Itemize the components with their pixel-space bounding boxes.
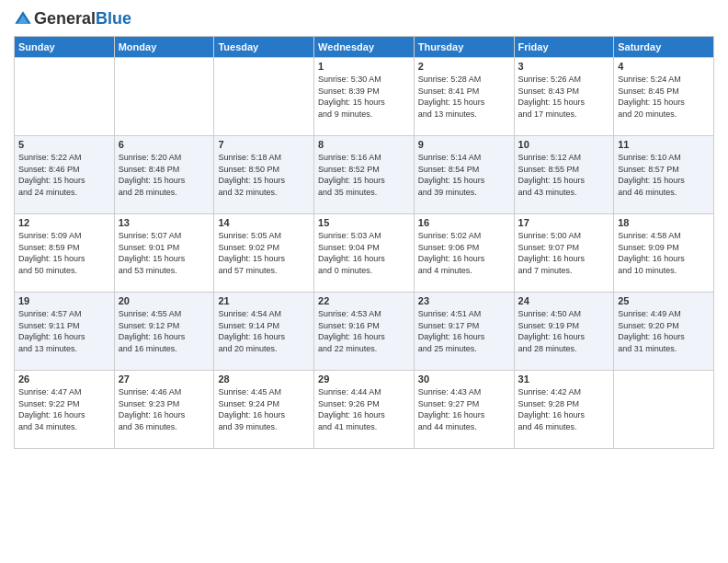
calendar-cell: 30Sunrise: 4:43 AM Sunset: 9:27 PM Dayli…	[414, 371, 514, 449]
calendar-week-row: 19Sunrise: 4:57 AM Sunset: 9:11 PM Dayli…	[15, 293, 714, 371]
day-info: Sunrise: 5:24 AM Sunset: 8:45 PM Dayligh…	[618, 74, 710, 120]
day-number: 25	[618, 295, 710, 306]
day-info: Sunrise: 4:49 AM Sunset: 9:20 PM Dayligh…	[618, 308, 710, 354]
day-info: Sunrise: 5:03 AM Sunset: 9:04 PM Dayligh…	[318, 230, 410, 276]
day-number: 31	[518, 373, 610, 385]
calendar-cell: 28Sunrise: 4:45 AM Sunset: 9:24 PM Dayli…	[214, 371, 314, 449]
day-number: 27	[119, 373, 210, 385]
day-info: Sunrise: 5:30 AM Sunset: 8:39 PM Dayligh…	[318, 74, 410, 120]
calendar-cell: 11Sunrise: 5:10 AM Sunset: 8:57 PM Dayli…	[614, 136, 714, 214]
day-info: Sunrise: 4:57 AM Sunset: 9:11 PM Dayligh…	[18, 308, 110, 354]
day-number: 19	[18, 295, 110, 306]
day-number: 10	[518, 139, 610, 150]
day-number: 23	[418, 295, 510, 306]
calendar-cell: 17Sunrise: 5:00 AM Sunset: 9:07 PM Dayli…	[514, 214, 614, 293]
calendar-table: SundayMondayTuesdayWednesdayThursdayFrid…	[14, 36, 714, 449]
day-info: Sunrise: 4:58 AM Sunset: 9:09 PM Dayligh…	[618, 230, 710, 276]
calendar-cell	[614, 371, 714, 449]
day-number: 24	[518, 295, 610, 306]
calendar-cell: 23Sunrise: 4:51 AM Sunset: 9:17 PM Dayli…	[414, 293, 514, 371]
day-info: Sunrise: 4:55 AM Sunset: 9:12 PM Dayligh…	[119, 308, 210, 354]
calendar-cell: 26Sunrise: 4:47 AM Sunset: 9:22 PM Dayli…	[15, 371, 115, 449]
calendar-cell: 5Sunrise: 5:22 AM Sunset: 8:46 PM Daylig…	[15, 136, 115, 214]
day-number: 3	[518, 61, 610, 72]
calendar-cell: 31Sunrise: 4:42 AM Sunset: 9:28 PM Dayli…	[514, 371, 614, 449]
calendar-cell: 13Sunrise: 5:07 AM Sunset: 9:01 PM Dayli…	[114, 214, 214, 293]
calendar-cell: 14Sunrise: 5:05 AM Sunset: 9:02 PM Dayli…	[214, 214, 314, 293]
calendar-cell: 24Sunrise: 4:50 AM Sunset: 9:19 PM Dayli…	[514, 293, 614, 371]
day-info: Sunrise: 4:50 AM Sunset: 9:19 PM Dayligh…	[518, 308, 610, 354]
day-number: 30	[418, 373, 510, 385]
calendar-cell: 19Sunrise: 4:57 AM Sunset: 9:11 PM Dayli…	[15, 293, 115, 371]
logo-icon	[14, 10, 32, 29]
logo: General Blue	[14, 9, 131, 29]
calendar-cell: 29Sunrise: 4:44 AM Sunset: 9:26 PM Dayli…	[314, 371, 415, 449]
calendar-cell: 22Sunrise: 4:53 AM Sunset: 9:16 PM Dayli…	[314, 293, 415, 371]
calendar-cell	[214, 58, 314, 136]
calendar-cell: 2Sunrise: 5:28 AM Sunset: 8:41 PM Daylig…	[414, 58, 514, 136]
calendar-cell: 25Sunrise: 4:49 AM Sunset: 9:20 PM Dayli…	[614, 293, 714, 371]
day-info: Sunrise: 4:44 AM Sunset: 9:26 PM Dayligh…	[318, 386, 410, 432]
page: General Blue SundayMondayTuesdayWednesda…	[0, 0, 728, 563]
day-info: Sunrise: 5:09 AM Sunset: 8:59 PM Dayligh…	[18, 230, 110, 276]
calendar-week-row: 26Sunrise: 4:47 AM Sunset: 9:22 PM Dayli…	[15, 371, 714, 449]
calendar-cell: 4Sunrise: 5:24 AM Sunset: 8:45 PM Daylig…	[614, 58, 714, 136]
calendar-cell: 6Sunrise: 5:20 AM Sunset: 8:48 PM Daylig…	[114, 136, 214, 214]
day-info: Sunrise: 4:47 AM Sunset: 9:22 PM Dayligh…	[18, 386, 110, 432]
day-of-week-header: Friday	[514, 37, 614, 58]
calendar-cell: 1Sunrise: 5:30 AM Sunset: 8:39 PM Daylig…	[314, 58, 415, 136]
day-info: Sunrise: 4:51 AM Sunset: 9:17 PM Dayligh…	[418, 308, 510, 354]
day-info: Sunrise: 5:10 AM Sunset: 8:57 PM Dayligh…	[618, 152, 710, 198]
day-of-week-header: Monday	[114, 37, 214, 58]
calendar-cell: 15Sunrise: 5:03 AM Sunset: 9:04 PM Dayli…	[314, 214, 415, 293]
day-number: 22	[318, 295, 410, 306]
day-info: Sunrise: 5:22 AM Sunset: 8:46 PM Dayligh…	[18, 152, 110, 198]
day-number: 17	[518, 217, 610, 228]
day-info: Sunrise: 5:05 AM Sunset: 9:02 PM Dayligh…	[218, 230, 310, 276]
day-info: Sunrise: 5:00 AM Sunset: 9:07 PM Dayligh…	[518, 230, 610, 276]
calendar-cell: 27Sunrise: 4:46 AM Sunset: 9:23 PM Dayli…	[114, 371, 214, 449]
day-number: 9	[418, 139, 510, 150]
day-number: 8	[318, 139, 410, 150]
calendar-week-row: 5Sunrise: 5:22 AM Sunset: 8:46 PM Daylig…	[15, 136, 714, 214]
calendar-cell: 12Sunrise: 5:09 AM Sunset: 8:59 PM Dayli…	[15, 214, 115, 293]
calendar-cell	[114, 58, 214, 136]
day-of-week-header: Tuesday	[214, 37, 314, 58]
calendar-header-row: SundayMondayTuesdayWednesdayThursdayFrid…	[15, 37, 714, 58]
day-number: 11	[618, 139, 710, 150]
day-info: Sunrise: 4:54 AM Sunset: 9:14 PM Dayligh…	[218, 308, 310, 354]
day-number: 21	[218, 295, 310, 306]
calendar-cell: 16Sunrise: 5:02 AM Sunset: 9:06 PM Dayli…	[414, 214, 514, 293]
day-number: 29	[318, 373, 410, 385]
calendar-cell: 3Sunrise: 5:26 AM Sunset: 8:43 PM Daylig…	[514, 58, 614, 136]
day-info: Sunrise: 5:02 AM Sunset: 9:06 PM Dayligh…	[418, 230, 510, 276]
day-info: Sunrise: 5:12 AM Sunset: 8:55 PM Dayligh…	[518, 152, 610, 198]
day-of-week-header: Sunday	[15, 37, 115, 58]
day-number: 15	[318, 217, 410, 228]
day-info: Sunrise: 5:18 AM Sunset: 8:50 PM Dayligh…	[218, 152, 310, 198]
day-number: 28	[218, 373, 310, 385]
day-of-week-header: Saturday	[614, 37, 714, 58]
day-info: Sunrise: 5:16 AM Sunset: 8:52 PM Dayligh…	[318, 152, 410, 198]
day-number: 4	[618, 61, 710, 72]
logo-general: General	[34, 9, 96, 29]
day-number: 14	[218, 217, 310, 228]
day-number: 18	[618, 217, 710, 228]
day-of-week-header: Thursday	[414, 37, 514, 58]
header: General Blue	[14, 9, 714, 29]
calendar-cell: 10Sunrise: 5:12 AM Sunset: 8:55 PM Dayli…	[514, 136, 614, 214]
calendar-week-row: 1Sunrise: 5:30 AM Sunset: 8:39 PM Daylig…	[15, 58, 714, 136]
day-number: 1	[318, 61, 410, 72]
calendar-cell: 18Sunrise: 4:58 AM Sunset: 9:09 PM Dayli…	[614, 214, 714, 293]
day-number: 26	[18, 373, 110, 385]
day-number: 6	[119, 139, 210, 150]
calendar-cell: 20Sunrise: 4:55 AM Sunset: 9:12 PM Dayli…	[114, 293, 214, 371]
day-info: Sunrise: 4:43 AM Sunset: 9:27 PM Dayligh…	[418, 386, 510, 432]
day-number: 2	[418, 61, 510, 72]
calendar-cell	[15, 58, 115, 136]
day-number: 20	[119, 295, 210, 306]
day-of-week-header: Wednesday	[314, 37, 415, 58]
day-info: Sunrise: 4:45 AM Sunset: 9:24 PM Dayligh…	[218, 386, 310, 432]
logo-blue: Blue	[96, 9, 131, 29]
day-info: Sunrise: 4:46 AM Sunset: 9:23 PM Dayligh…	[119, 386, 210, 432]
